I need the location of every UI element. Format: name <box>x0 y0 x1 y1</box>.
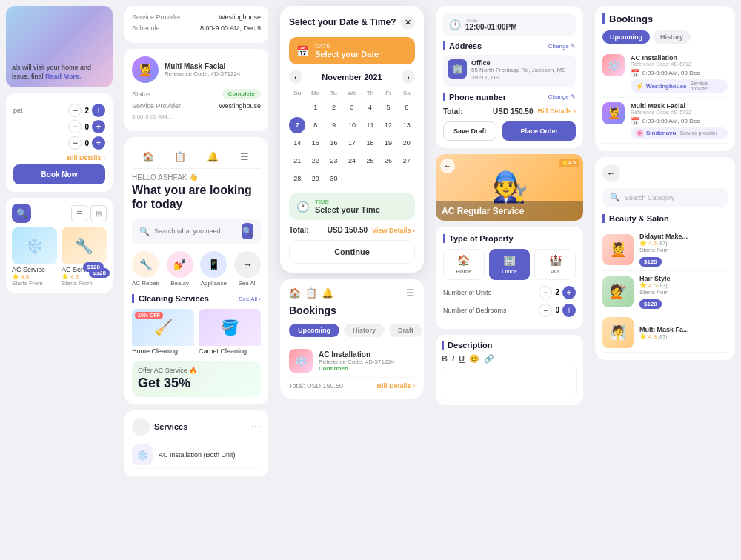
search-submit-button[interactable]: 🔍 <box>242 223 253 239</box>
grid-view-button[interactable]: ⊞ <box>90 205 107 221</box>
beauty-back-button[interactable]: ← <box>602 164 620 182</box>
prop-vila-button[interactable]: 🏰 Vila <box>534 249 576 280</box>
service-card-2[interactable]: 🔧 AC Service 2 ⭐ 4.8 Starts From $128 <box>62 227 107 287</box>
bold-tool[interactable]: B <box>442 354 448 364</box>
time-selector-card[interactable]: 🕐 TIME Select your Time <box>289 193 415 220</box>
link-tool[interactable]: 🔗 <box>484 354 494 364</box>
calendar-prev-button[interactable]: ‹ <box>289 70 302 84</box>
cal-day-8[interactable]: 8 <box>308 117 324 133</box>
qty1-minus-button[interactable]: − <box>68 104 82 117</box>
cat-beauty[interactable]: 💅 Beauty <box>167 251 193 287</box>
cal-day-15[interactable]: 15 <box>308 135 324 151</box>
menu-nav-icon[interactable]: ☰ <box>237 149 252 164</box>
services-more-button[interactable]: ··· <box>251 420 261 433</box>
cal-day-27[interactable]: 27 <box>399 153 415 169</box>
cal-day-14[interactable]: 14 <box>289 135 305 151</box>
place-order-button[interactable]: Place Order <box>502 121 576 141</box>
history-tab-button[interactable]: History <box>344 324 385 337</box>
booking-list-item[interactable]: ❄️ AC Installation Reference Code: #D-57… <box>289 344 415 378</box>
prop-home-button[interactable]: 🏠 Home <box>443 249 485 280</box>
cal-day-3[interactable]: 3 <box>344 99 360 116</box>
right-history-tab[interactable]: History <box>653 30 691 44</box>
cal-day-7[interactable]: 7 <box>289 117 305 133</box>
cleaning-card-home[interactable]: 🧹 10% OFF Home Cleaning <box>132 309 194 355</box>
book-now-button[interactable]: Book Now <box>13 164 105 184</box>
cal-day-19[interactable]: 19 <box>380 135 396 151</box>
right-booking-item-2[interactable]: 💆 Multi Mask Facial Reference Code: #D-5… <box>602 98 728 144</box>
beauty-item-1[interactable]: 💆 Dklayut Make... ⭐ 4.5 (87) Starts from… <box>602 229 728 271</box>
cal-day-10[interactable]: 10 <box>344 117 360 133</box>
continue-button[interactable]: Continue <box>289 240 415 264</box>
services-back-button[interactable]: ← <box>132 418 150 436</box>
cal-day-1[interactable]: 1 <box>308 99 324 116</box>
cat-appliance[interactable]: 📱 Appliance <box>200 251 227 287</box>
cal-day-9[interactable]: 9 <box>325 117 342 133</box>
cal-day-4[interactable]: 4 <box>362 99 379 116</box>
home-nav-icon[interactable]: 🏠 <box>141 149 156 164</box>
qty3-plus-button[interactable]: + <box>92 136 105 150</box>
cleaning-card-carpet[interactable]: 🪣 Carpet Cleaning <box>199 309 261 355</box>
bookings-card-title: Bookings <box>289 304 415 316</box>
beauty-item-3[interactable]: 🧖 Multi Mask Fa... ⭐ 4.8 (87) <box>602 313 728 353</box>
cal-day-21[interactable]: 21 <box>289 153 305 169</box>
cal-day-24[interactable]: 24 <box>344 153 360 169</box>
order-bill-details-link[interactable]: Bill Details › <box>537 107 576 115</box>
units-minus-button[interactable]: − <box>539 286 552 299</box>
cal-day-22[interactable]: 22 <box>308 153 324 169</box>
underline-tool[interactable]: U <box>459 354 465 364</box>
right-booking-item-1[interactable]: ❄️ AC Installation Reference Code: #D-57… <box>602 50 728 98</box>
description-textarea[interactable] <box>442 367 577 396</box>
ac-back-button[interactable]: ← <box>440 159 455 173</box>
cal-day-26[interactable]: 26 <box>380 153 396 169</box>
upcoming-tab-button[interactable]: Upcoming <box>289 324 339 337</box>
cal-day-11[interactable]: 11 <box>362 117 379 133</box>
prop-office-button[interactable]: 🏢 Office <box>489 249 531 280</box>
cat-see-all[interactable]: → See All <box>234 251 261 287</box>
cal-day-20[interactable]: 20 <box>399 135 415 151</box>
cal-day-2[interactable]: 2 <box>325 99 342 116</box>
change-address-link[interactable]: Change ✎ <box>548 43 576 50</box>
cal-day-12[interactable]: 12 <box>380 117 396 133</box>
qty2-minus-button[interactable]: − <box>68 120 82 133</box>
beauty-item-2[interactable]: 💇 Hair Style ⭐ 4.5 (87) Starts from $120 <box>602 271 728 313</box>
cal-day-23[interactable]: 23 <box>325 153 342 169</box>
see-all-cleaning-link[interactable]: See All › <box>239 296 261 302</box>
cal-day-25[interactable]: 25 <box>362 153 379 169</box>
cal-day-30[interactable]: 30 <box>325 170 342 187</box>
cal-day-13[interactable]: 13 <box>399 117 415 133</box>
cal-day-5[interactable]: 5 <box>380 99 396 116</box>
cal-day-17[interactable]: 17 <box>344 135 360 151</box>
bedrooms-minus-button[interactable]: − <box>539 304 552 317</box>
modal-close-button[interactable]: ✕ <box>400 15 415 30</box>
italic-tool[interactable]: I <box>452 354 454 364</box>
date-selector-card[interactable]: 📅 DATE Select your Date <box>289 37 415 64</box>
cal-day-6[interactable]: 6 <box>399 99 415 116</box>
service-list-item[interactable]: ❄️ AC Installation (Both Unit) <box>132 441 261 469</box>
service-card-1[interactable]: ❄️ AC Service ⭐ 4.8 Starts From $128 <box>12 227 57 287</box>
bookings-nav-icon[interactable]: 📋 <box>173 149 187 164</box>
search-input[interactable] <box>154 227 237 235</box>
read-more-link[interactable]: Read More. <box>45 73 82 80</box>
right-upcoming-tab[interactable]: Upcoming <box>602 30 650 44</box>
cal-day-16[interactable]: 16 <box>325 135 342 151</box>
units-plus-button[interactable]: + <box>562 286 576 299</box>
change-phone-link[interactable]: Change ✎ <box>548 93 576 100</box>
qty1-plus-button[interactable]: + <box>92 104 105 117</box>
cat-ac-repair[interactable]: 🔧 AC Repair <box>132 251 159 287</box>
bedrooms-plus-button[interactable]: + <box>562 304 576 317</box>
save-draft-button[interactable]: Save Draft <box>443 121 496 141</box>
bill-details-bottom-link[interactable]: Bill Details › <box>376 382 415 390</box>
qty3-minus-button[interactable]: − <box>68 136 82 150</box>
bell-nav-icon[interactable]: 🔔 <box>205 149 220 164</box>
list-view-button[interactable]: ☰ <box>71 205 87 221</box>
search-icon-button[interactable]: 🔍 <box>12 204 31 223</box>
draft-tab-button[interactable]: Draft <box>389 324 422 337</box>
cal-day-18[interactable]: 18 <box>362 135 379 151</box>
emoji-tool[interactable]: 😊 <box>469 354 479 364</box>
qty2-plus-button[interactable]: + <box>92 120 105 133</box>
cal-day-29[interactable]: 29 <box>308 170 324 187</box>
bill-details-link[interactable]: Bill Details › <box>67 154 105 161</box>
view-details-link[interactable]: View Details › <box>372 227 415 234</box>
cal-day-28[interactable]: 28 <box>289 170 305 187</box>
calendar-next-button[interactable]: › <box>402 70 415 84</box>
